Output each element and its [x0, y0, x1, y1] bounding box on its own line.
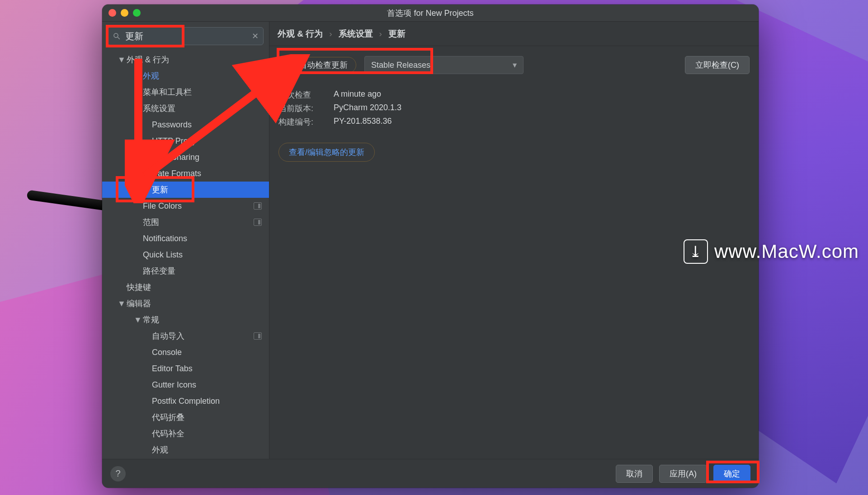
sidebar-item-label: Gutter Icons [152, 380, 196, 390]
check-now-button[interactable]: 立即检查(C) [685, 56, 750, 74]
sidebar-item[interactable]: Editor Tabs [102, 360, 269, 377]
search-icon [113, 32, 121, 40]
clear-search-icon[interactable]: ✕ [252, 31, 259, 41]
sidebar-item[interactable]: Notifications [102, 230, 269, 247]
update-channel-dropdown[interactable]: Stable Releases ▾ [364, 56, 524, 74]
sidebar-item-label: 更新 [152, 184, 168, 195]
sidebar-item[interactable]: 代码折叠 [102, 409, 269, 425]
last-check-value: A minute ago [334, 89, 381, 100]
auto-check-label: 自动检查更新 [299, 60, 348, 70]
settings-tree[interactable]: ▼外观 & 行为外观菜单和工具栏▼系统设置PasswordsHTTP Proxy… [102, 49, 269, 459]
svg-point-2 [114, 33, 118, 37]
sidebar-item[interactable]: 快捷键 [102, 279, 269, 295]
search-field[interactable]: ✕ [108, 27, 264, 45]
current-version-label: 当前版本: [278, 103, 323, 114]
watermark-text: www.MacW.com [714, 241, 859, 262]
sidebar-item[interactable]: ▼常规 [102, 312, 269, 328]
breadcrumb: 外观 & 行为 › 系统设置 › 更新 [269, 22, 759, 46]
sidebar-item-label: Editor Tabs [152, 364, 193, 374]
zoom-window-button[interactable] [133, 9, 141, 17]
update-info: 上次检查 A minute ago 当前版本: PyCharm 2020.1.3… [278, 89, 750, 127]
sidebar-item[interactable]: 代码补全 [102, 425, 269, 442]
sidebar-item[interactable]: 更新 [102, 182, 269, 198]
sidebar-item-label: 外观 [152, 444, 168, 455]
sidebar-item[interactable]: Console [102, 344, 269, 360]
dialog-footer: ? 取消 应用(A) 确定 [102, 459, 759, 488]
sidebar-item-label: 系统设置 [143, 103, 175, 114]
sidebar-item-label: 代码补全 [152, 428, 184, 439]
preferences-window: 首选项 for New Projects ✕ ▼外观 & 行为外观菜单和工具栏▼… [102, 5, 759, 488]
sidebar-item[interactable]: 范围 [102, 214, 269, 230]
last-check-label: 上次检查 [278, 89, 323, 100]
tree-arrow-icon: ▼ [118, 55, 125, 65]
breadcrumb-sep: › [329, 29, 332, 39]
breadcrumb-sep: › [379, 29, 382, 39]
sidebar-item[interactable]: Postfix Completion [102, 393, 269, 409]
sidebar-item-label: 范围 [143, 217, 159, 228]
sidebar-item[interactable]: 外观 [102, 442, 269, 458]
apply-button[interactable]: 应用(A) [659, 465, 707, 483]
sidebar-item-label: 菜单和工具栏 [143, 87, 192, 98]
sidebar-item[interactable]: Quick Lists [102, 247, 269, 263]
project-override-icon [254, 219, 262, 226]
sidebar-item[interactable]: HTTP Proxy [102, 133, 269, 149]
sidebar-item-label: 编辑器 [127, 298, 151, 309]
sidebar-item[interactable]: 自动导入 [102, 328, 269, 344]
sidebar-item-label: Notifications [143, 234, 187, 243]
sidebar-item-label: Passwords [152, 120, 192, 130]
sidebar-item[interactable]: ▼编辑器 [102, 295, 269, 312]
sidebar-item[interactable]: ▼系统设置 [102, 100, 269, 117]
svg-line-3 [118, 37, 120, 39]
auto-check-updates-checkbox[interactable]: 自动检查更新 [278, 57, 356, 73]
tree-arrow-icon: ▼ [118, 299, 125, 308]
watermark: ⤓ www.MacW.com [684, 239, 859, 264]
sidebar-item-label: 外观 & 行为 [127, 54, 169, 65]
sidebar-item[interactable]: Passwords [102, 117, 269, 133]
dropdown-value: Stable Releases [371, 61, 430, 70]
sidebar-item[interactable]: ▼外观 & 行为 [102, 51, 269, 68]
build-value: PY-201.8538.36 [334, 117, 392, 127]
breadcrumb-item[interactable]: 外观 & 行为 [278, 28, 323, 40]
sidebar-item[interactable]: Gutter Icons [102, 377, 269, 393]
tree-arrow-icon: ▼ [134, 315, 141, 325]
sidebar-item[interactable]: Date Formats [102, 165, 269, 182]
sidebar-item[interactable]: File Colors [102, 198, 269, 214]
tree-arrow-icon: ▼ [134, 104, 141, 113]
sidebar-item-label: 路径变量 [143, 266, 175, 276]
sidebar-item-label: 外观 [143, 70, 159, 81]
ok-button[interactable]: 确定 [713, 465, 750, 483]
breadcrumb-item[interactable]: 更新 [388, 28, 406, 40]
sidebar-item[interactable]: 路径变量 [102, 263, 269, 279]
close-window-button[interactable] [108, 9, 116, 17]
breadcrumb-item[interactable]: 系统设置 [339, 28, 373, 40]
sidebar-item[interactable]: 菜单和工具栏 [102, 84, 269, 100]
checkbox-icon [284, 61, 293, 70]
view-ignored-updates-link[interactable]: 查看/编辑忽略的更新 [278, 143, 375, 162]
sidebar-item-label: 快捷键 [127, 282, 151, 293]
sidebar-item[interactable]: 外观 [102, 68, 269, 84]
sidebar-item-label: 常规 [143, 314, 159, 325]
sidebar-item-label: Console [152, 348, 182, 357]
project-override-icon [254, 202, 262, 210]
project-override-icon [254, 332, 262, 340]
sidebar-item[interactable]: Data Sharing [102, 149, 269, 165]
sidebar-item-label: Quick Lists [143, 250, 183, 260]
sidebar-item-label: Data Sharing [152, 153, 199, 162]
sidebar: ✕ ▼外观 & 行为外观菜单和工具栏▼系统设置PasswordsHTTP Pro… [102, 22, 269, 459]
search-input[interactable] [125, 31, 247, 42]
sidebar-item-label: Date Formats [152, 169, 201, 178]
sidebar-item-label: 代码折叠 [152, 412, 184, 423]
titlebar[interactable]: 首选项 for New Projects [102, 5, 759, 22]
window-title: 首选项 for New Projects [387, 8, 473, 19]
help-button[interactable]: ? [110, 466, 126, 481]
sidebar-item[interactable]: ▶智能 Keys [102, 458, 269, 459]
check-now-label: 立即检查(C) [695, 60, 739, 70]
cancel-button[interactable]: 取消 [616, 465, 653, 483]
chevron-down-icon: ▾ [513, 60, 517, 70]
current-version-value: PyCharm 2020.1.3 [334, 103, 401, 114]
sidebar-item-label: 自动导入 [152, 331, 184, 341]
build-label: 构建编号: [278, 117, 323, 127]
sidebar-item-label: Postfix Completion [152, 397, 220, 406]
minimize-window-button[interactable] [121, 9, 128, 17]
sidebar-item-label: HTTP Proxy [152, 136, 196, 146]
